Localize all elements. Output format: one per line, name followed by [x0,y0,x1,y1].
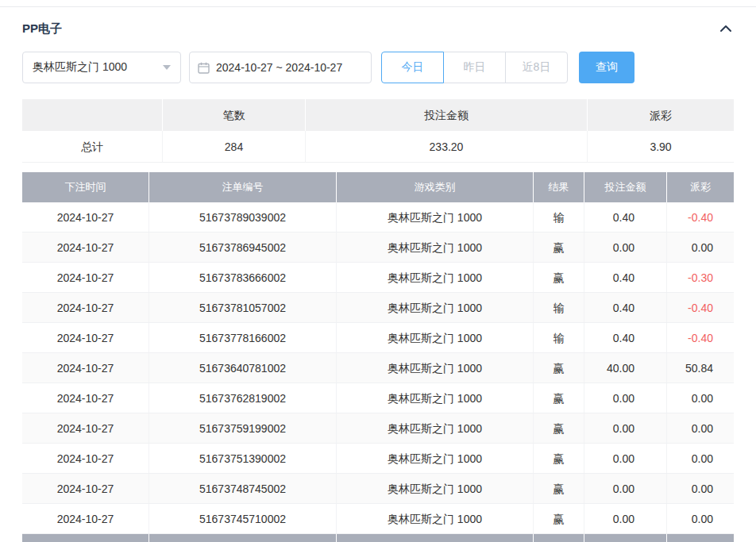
cell-game-type: 奥林匹斯之门 1000 [337,323,534,352]
cell-bet-amount: 0.00 [584,413,667,443]
date-range-value: 2024-10-27 ~ 2024-10-27 [216,61,342,74]
calendar-icon [198,62,210,74]
cell-game-type: 奥林匹斯之门 1000 [337,383,534,413]
game-select[interactable]: 奥林匹斯之门 1000 [22,52,181,83]
cell-payout: 50.84 [667,353,734,382]
cell-payout: 0.00 [667,383,734,413]
summary-table: 笔数 投注金额 派彩 总计 284 233.20 3.90 [22,99,734,163]
cell-result: 赢 [534,263,584,292]
cell-order-id: 51673748745002 [149,474,337,503]
table-row: 2024-10-27 51673745710002 奥林匹斯之门 1000 赢 … [22,504,734,534]
summary-header-blank [22,99,163,131]
cell-bet-time: 2024-10-27 [22,353,149,382]
quick-btn-today[interactable]: 今日 [381,52,444,83]
cell-order-id: 51673789039002 [149,202,337,232]
cell-game-type: 奥林匹斯之门 1000 [337,202,534,232]
summary-total-bet-amount: 233.20 [306,131,588,163]
header-result: 结果 [534,172,584,202]
cell-result: 赢 [534,383,584,413]
cell-bet-amount: 0.00 [584,233,667,262]
cell-result: 赢 [534,353,584,382]
cell-bet-amount: 0.00 [584,474,667,503]
cell-order-id: 51673759199002 [149,413,337,443]
filter-bar: 奥林匹斯之门 1000 2024-10-27 ~ 2024-10-27 今日 昨… [22,52,734,83]
quick-btn-last-8-days[interactable]: 近8日 [505,52,568,83]
table-row: 2024-10-27 51673762819002 奥林匹斯之门 1000 赢 … [22,383,734,413]
cell-payout: -0.30 [667,263,734,292]
bet-table-body: 2024-10-27 51673789039002 奥林匹斯之门 1000 输 … [22,202,734,534]
cell-result: 赢 [534,504,584,533]
cell-bet-amount: 0.40 [584,293,667,322]
bet-records-table: 下注时间 注单编号 游戏类别 结果 投注金额 派彩 2024-10-27 516… [22,172,734,542]
cell-bet-amount: 0.40 [584,263,667,292]
summary-total-label: 总计 [22,131,163,163]
table-row: 2024-10-27 51673748745002 奥林匹斯之门 1000 赢 … [22,474,734,504]
cell-bet-time: 2024-10-27 [22,233,149,262]
table-row: 2024-10-27 51673759199002 奥林匹斯之门 1000 赢 … [22,413,734,444]
table-row: 2024-10-27 51673786945002 奥林匹斯之门 1000 赢 … [22,233,734,263]
summary-total-payout: 3.90 [588,131,734,163]
quick-date-button-group: 今日 昨日 近8日 [381,52,568,83]
cell-result: 赢 [534,233,584,262]
table-row: 2024-10-27 51673789039002 奥林匹斯之门 1000 输 … [22,202,734,233]
summary-header-payout: 派彩 [588,99,734,131]
header-bet-time: 下注时间 [22,172,149,202]
cell-result: 输 [534,202,584,232]
cell-bet-amount: 0.00 [584,383,667,413]
table-row: 2024-10-27 51673778166002 奥林匹斯之门 1000 输 … [22,323,734,353]
cell-game-type: 奥林匹斯之门 1000 [337,353,534,382]
cell-bet-time: 2024-10-27 [22,323,149,352]
cell-payout: 0.00 [667,444,734,473]
header-bet-amount: 投注金额 [584,172,667,202]
cell-order-id: 51673781057002 [149,293,337,322]
table-row: 2024-10-27 51673640781002 奥林匹斯之门 1000 赢 … [22,353,734,383]
cell-bet-time: 2024-10-27 [22,413,149,443]
cell-bet-time: 2024-10-27 [22,383,149,413]
cell-bet-amount: 0.40 [584,323,667,352]
search-button[interactable]: 查询 [579,52,634,83]
cell-bet-amount: 40.00 [584,353,667,382]
cell-bet-time: 2024-10-27 [22,504,149,533]
summary-header-count: 笔数 [163,99,306,131]
cell-order-id: 51673778166002 [149,323,337,352]
cell-order-id: 51673640781002 [149,353,337,382]
cell-game-type: 奥林匹斯之门 1000 [337,474,534,503]
panel-header: PP电子 [22,20,734,37]
quick-btn-yesterday[interactable]: 昨日 [443,52,506,83]
cell-payout: 0.00 [667,233,734,262]
panel-title: PP电子 [22,21,62,37]
cell-bet-time: 2024-10-27 [22,293,149,322]
cell-order-id: 51673751390002 [149,444,337,473]
cell-order-id: 51673762819002 [149,383,337,413]
cell-payout: 0.00 [667,504,734,533]
cell-result: 赢 [534,413,584,443]
cell-game-type: 奥林匹斯之门 1000 [337,293,534,322]
cell-result: 输 [534,323,584,352]
cell-bet-amount: 0.40 [584,202,667,232]
cell-payout: -0.40 [667,293,734,322]
cell-bet-amount: 0.00 [584,444,667,473]
table-header-row: 下注时间 注单编号 游戏类别 结果 投注金额 派彩 [22,172,734,202]
pp-electronics-panel: PP电子 奥林匹斯之门 1000 2024-10-27 ~ 2024-10-27 [0,6,756,542]
header-game-type: 游戏类别 [337,172,534,202]
header-payout: 派彩 [667,172,734,202]
cell-bet-time: 2024-10-27 [22,474,149,503]
summary-total-row: 总计 284 233.20 3.90 [22,131,734,163]
table-row: 2024-10-27 51673781057002 奥林匹斯之门 1000 输 … [22,293,734,323]
cell-result: 输 [534,293,584,322]
cell-game-type: 奥林匹斯之门 1000 [337,413,534,443]
chevron-down-icon [163,65,171,70]
collapse-button[interactable] [718,21,734,37]
cell-game-type: 奥林匹斯之门 1000 [337,263,534,292]
cell-bet-time: 2024-10-27 [22,263,149,292]
partial-next-header-row [22,534,734,542]
game-select-value: 奥林匹斯之门 1000 [33,60,127,75]
cell-order-id: 51673783666002 [149,263,337,292]
summary-header-bet-amount: 投注金额 [306,99,588,131]
cell-bet-amount: 0.00 [584,504,667,533]
cell-payout: -0.40 [667,323,734,352]
table-row: 2024-10-27 51673751390002 奥林匹斯之门 1000 赢 … [22,444,734,474]
date-range-input[interactable]: 2024-10-27 ~ 2024-10-27 [189,52,372,83]
chevron-up-icon [719,22,732,35]
cell-order-id: 51673786945002 [149,233,337,262]
